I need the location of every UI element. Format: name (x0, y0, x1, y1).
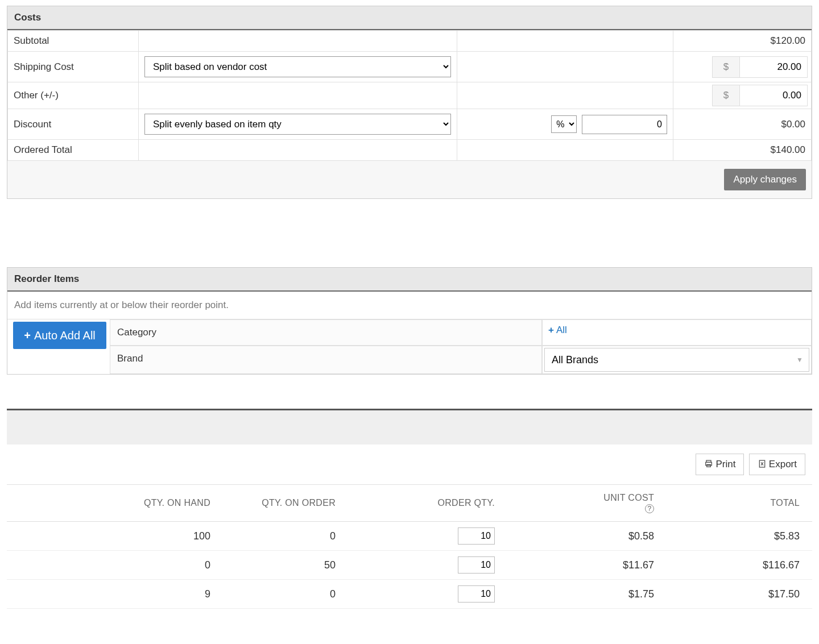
qty-on-hand-cell: 9 (7, 580, 223, 609)
export-icon (758, 459, 767, 468)
other-label: Other (+/-) (8, 82, 139, 109)
qty-on-order-cell: 0 (223, 580, 348, 609)
order-qty-input[interactable] (458, 527, 495, 545)
other-cost-input[interactable] (739, 85, 808, 106)
export-button[interactable]: Export (749, 454, 805, 475)
plus-icon: + (24, 329, 31, 342)
help-icon[interactable]: ? (645, 504, 654, 513)
order-qty-cell (348, 580, 507, 609)
plus-icon: + (548, 325, 554, 335)
costs-table: Subtotal $120.00 Shipping Cost Split bas… (7, 30, 812, 161)
order-qty-cell (348, 551, 507, 580)
discount-value: $0.00 (673, 109, 812, 140)
order-qty-input[interactable] (458, 556, 495, 574)
order-qty-input[interactable] (458, 585, 495, 603)
reorder-header: Reorder Items (7, 268, 812, 292)
shipping-method-select[interactable]: Split based on vendor cost (144, 56, 451, 77)
print-label: Print (715, 459, 735, 470)
print-button[interactable]: Print (696, 454, 744, 475)
qty-on-hand-cell: 0 (7, 551, 223, 580)
subtotal-label: Subtotal (8, 31, 139, 52)
reorder-hint: Add items currently at or below their re… (7, 292, 812, 319)
qty-on-order-cell: 0 (223, 522, 348, 551)
ordered-total-row: Ordered Total $140.00 (8, 140, 812, 161)
unit-cost-cell: $1.75 (507, 580, 667, 609)
brand-select[interactable]: All Brands (544, 348, 809, 372)
brand-label: Brand (110, 346, 542, 374)
items-table: QTY. ON HAND QTY. ON ORDER ORDER QTY. UN… (7, 485, 812, 609)
category-all-text: All (556, 325, 567, 335)
category-all-link[interactable]: +All (548, 325, 567, 335)
auto-add-all-label: Auto Add All (34, 329, 96, 342)
discount-method-select[interactable]: Split evenly based on item qty (144, 114, 451, 135)
costs-header: Costs (7, 6, 812, 30)
table-row: 90$1.75$17.50 (7, 580, 812, 609)
shipping-cost-input[interactable] (739, 56, 808, 78)
category-label: Category (110, 319, 542, 346)
print-icon (704, 459, 713, 468)
currency-symbol: $ (712, 56, 739, 78)
order-qty-cell (348, 522, 507, 551)
col-qty-on-hand: QTY. ON HAND (7, 485, 223, 522)
shipping-row: Shipping Cost Split based on vendor cost… (8, 52, 812, 82)
qty-on-hand-cell: 100 (7, 522, 223, 551)
qty-on-order-cell: 50 (223, 551, 348, 580)
reorder-panel: Reorder Items Add items currently at or … (7, 267, 812, 375)
table-row: 1000$0.58$5.83 (7, 522, 812, 551)
export-label: Export (769, 459, 797, 470)
toolbar-row: Print Export (7, 444, 812, 485)
discount-unit-select[interactable]: % (551, 115, 577, 133)
costs-panel: Costs Subtotal $120.00 Shipping Cost Spl… (7, 6, 812, 199)
ordered-total-label: Ordered Total (8, 140, 139, 161)
col-order-qty: ORDER QTY. (348, 485, 507, 522)
apply-changes-button[interactable]: Apply changes (724, 169, 806, 190)
total-cell: $17.50 (667, 580, 812, 609)
subtotal-row: Subtotal $120.00 (8, 31, 812, 52)
auto-add-all-button[interactable]: +Auto Add All (13, 322, 106, 349)
col-qty-on-order: QTY. ON ORDER (223, 485, 348, 522)
currency-symbol: $ (712, 85, 739, 106)
col-unit-cost: UNIT COST ? (507, 485, 667, 522)
total-cell: $5.83 (667, 522, 812, 551)
other-row: Other (+/-) $ (8, 82, 812, 109)
total-cell: $116.67 (667, 551, 812, 580)
reorder-grid: Category +All +Auto Add All Brand All Br… (7, 319, 812, 374)
discount-amount-input[interactable] (582, 115, 667, 134)
discount-row: Discount Split evenly based on item qty … (8, 109, 812, 140)
apply-row: Apply changes (7, 161, 812, 198)
col-total: TOTAL (667, 485, 812, 522)
discount-label: Discount (8, 109, 139, 140)
table-row: 050$11.67$116.67 (7, 551, 812, 580)
ordered-total-value: $140.00 (673, 140, 812, 161)
subtotal-value: $120.00 (673, 31, 812, 52)
toolbar-gap (7, 410, 812, 444)
unit-cost-cell: $0.58 (507, 522, 667, 551)
shipping-label: Shipping Cost (8, 52, 139, 82)
unit-cost-cell: $11.67 (507, 551, 667, 580)
